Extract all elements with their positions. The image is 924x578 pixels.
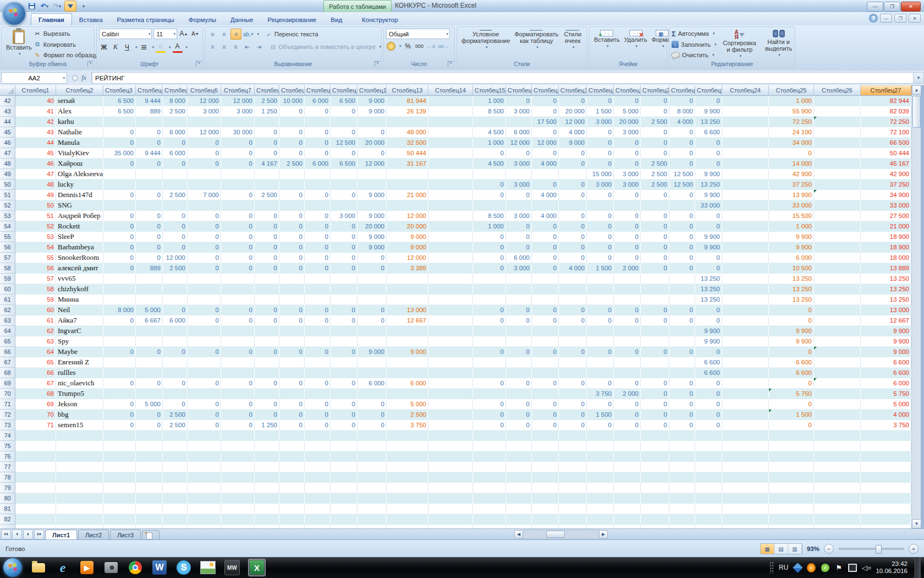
empty-cell[interactable] [669, 525, 695, 528]
score-cell[interactable]: 17 500 [532, 117, 559, 127]
help-button[interactable]: ? [869, 14, 878, 23]
empty-cell[interactable] [769, 430, 814, 441]
total-cell[interactable]: 72 100 [861, 127, 911, 138]
subtotal-cell[interactable]: 5 750 [769, 389, 814, 399]
empty-cell[interactable] [358, 525, 387, 528]
subtotal-cell[interactable]: 13 250 [769, 274, 814, 284]
score-cell[interactable]: 0 [506, 347, 532, 357]
row-header[interactable]: 54 [0, 221, 15, 232]
score-cell[interactable]: 12 000 [358, 159, 387, 169]
total-cell[interactable]: 82 039 [861, 106, 911, 117]
blank-cell[interactable] [722, 420, 769, 430]
score-cell[interactable]: 12 000 [163, 253, 188, 263]
score-cell[interactable] [358, 284, 387, 295]
empty-cell[interactable] [331, 483, 358, 493]
sort-filter-button[interactable]: АЯ Сортировка и фильтр▾ [721, 29, 758, 60]
score-cell[interactable]: 0 [331, 148, 358, 159]
score-cell[interactable] [221, 274, 255, 284]
score-cell[interactable]: 0 [532, 315, 559, 326]
score-cell[interactable]: 3 000 [614, 179, 641, 190]
score-cell[interactable]: 0 [255, 263, 279, 274]
blank-cell[interactable] [428, 148, 473, 159]
empty-cell[interactable] [103, 493, 136, 504]
blank-cell[interactable] [722, 211, 769, 221]
score-cell[interactable]: 0 [669, 399, 695, 410]
score-cell[interactable]: 9 900 [695, 326, 722, 336]
score-cell[interactable]: 0 [506, 232, 532, 242]
empty-cell[interactable] [506, 504, 532, 514]
score-cell[interactable] [614, 357, 641, 368]
empty-cell[interactable] [279, 525, 305, 528]
tab-data[interactable]: Данные [223, 14, 261, 25]
taskbar-skype-button[interactable]: S [175, 559, 192, 576]
score-cell[interactable] [641, 274, 669, 284]
score-cell[interactable] [305, 357, 331, 368]
empty-cell[interactable] [861, 462, 911, 472]
score-cell[interactable] [163, 117, 188, 127]
blank-cell[interactable] [814, 347, 861, 357]
row-header[interactable]: 46 [0, 138, 15, 148]
score-cell[interactable]: 4 167 [255, 159, 279, 169]
empty-cell[interactable] [255, 430, 279, 441]
taskbar-ie-button[interactable]: e [54, 559, 71, 576]
subtotal-cell[interactable]: 0 [769, 148, 814, 159]
score-cell[interactable] [532, 368, 559, 378]
column-header[interactable]: Столбец12 [358, 85, 387, 96]
empty-cell[interactable] [722, 483, 769, 493]
empty-cell[interactable] [722, 493, 769, 504]
score-cell[interactable] [669, 284, 695, 295]
score-cell[interactable]: 9 900 [695, 232, 722, 242]
empty-cell[interactable] [255, 451, 279, 462]
subtotal-cell[interactable]: 14 000 [769, 159, 814, 169]
score-cell[interactable]: 0 [163, 305, 188, 315]
score-cell[interactable] [305, 274, 331, 284]
score-cell[interactable]: 0 [358, 263, 387, 274]
score-cell[interactable] [188, 326, 221, 336]
score-cell[interactable]: 3 000 [506, 179, 532, 190]
blank-cell[interactable] [722, 336, 769, 347]
empty-cell[interactable] [103, 451, 136, 462]
empty-cell[interactable] [814, 430, 861, 441]
vertical-scroll-thumb[interactable] [912, 96, 921, 128]
total-cell[interactable]: 4 000 [861, 410, 911, 420]
empty-cell[interactable] [614, 462, 641, 472]
score-cell[interactable]: 4 500 [473, 159, 506, 169]
score-cell[interactable] [221, 200, 255, 211]
score-cell[interactable]: 3 000 [587, 179, 614, 190]
score-cell[interactable] [358, 368, 387, 378]
score-cell[interactable]: 3 000 [614, 127, 641, 138]
score-cell[interactable] [641, 336, 669, 347]
score-cell[interactable]: 12 500 [669, 169, 695, 179]
score-cell[interactable]: 4 000 [559, 263, 587, 274]
taskbar-excel-button[interactable]: X [248, 559, 266, 576]
tab-view[interactable]: Вид [323, 14, 349, 25]
empty-cell[interactable] [722, 514, 769, 525]
empty-cell[interactable] [769, 483, 814, 493]
score-cell[interactable]: 0 [305, 305, 331, 315]
score-cell[interactable]: 0 [255, 211, 279, 221]
score-cell[interactable]: 0 [587, 242, 614, 253]
score-cell[interactable]: 0 [641, 378, 669, 389]
subtotal-cell[interactable]: 50 444 [387, 148, 428, 159]
score-cell[interactable]: 13 250 [695, 284, 722, 295]
empty-cell[interactable] [669, 451, 695, 462]
score-cell[interactable] [305, 169, 331, 179]
save-button[interactable] [26, 1, 37, 11]
rank-cell[interactable]: 45 [15, 148, 56, 159]
empty-cell[interactable] [387, 504, 428, 514]
score-cell[interactable] [221, 295, 255, 305]
player-name-cell[interactable]: karhu [56, 117, 103, 127]
column-header[interactable]: Столбец1 [15, 85, 56, 96]
empty-cell[interactable] [532, 504, 559, 514]
score-cell[interactable]: 0 [587, 190, 614, 200]
empty-cell[interactable] [861, 430, 911, 441]
empty-cell[interactable] [669, 504, 695, 514]
empty-cell[interactable] [358, 472, 387, 483]
empty-cell[interactable] [614, 451, 641, 462]
score-cell[interactable] [473, 357, 506, 368]
blank-cell[interactable] [428, 378, 473, 389]
score-cell[interactable]: 0 [331, 106, 358, 117]
office-button[interactable] [2, 2, 26, 26]
score-cell[interactable]: 0 [331, 420, 358, 430]
empty-cell[interactable] [188, 483, 221, 493]
